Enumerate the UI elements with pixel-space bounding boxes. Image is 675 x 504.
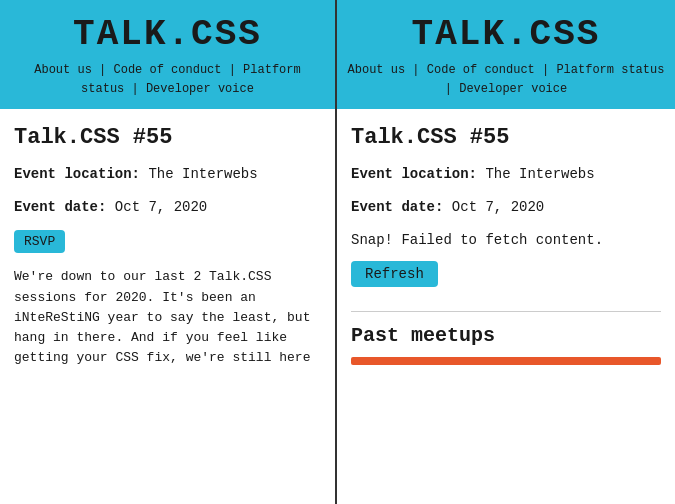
left-event-title: Talk.CSS #55 — [14, 125, 321, 150]
left-event-location: Event location: The Interwebs — [14, 164, 321, 185]
right-header: TALK.CSS About us | Code of conduct | Pl… — [337, 0, 675, 109]
error-message: Snap! Failed to fetch content. — [351, 230, 661, 251]
right-event-date-label: Event date: — [351, 199, 443, 215]
left-event-date-label: Event date: — [14, 199, 106, 215]
right-panel: TALK.CSS About us | Code of conduct | Pl… — [337, 0, 675, 504]
right-site-title: TALK.CSS — [347, 14, 665, 55]
right-event-title: Talk.CSS #55 — [351, 125, 661, 150]
left-body-text: We're down to our last 2 Talk.CSS sessio… — [14, 267, 321, 368]
left-site-title: TALK.CSS — [10, 14, 325, 55]
section-divider — [351, 311, 661, 312]
past-meetup-bar — [351, 357, 661, 365]
left-header: TALK.CSS About us | Code of conduct | Pl… — [0, 0, 335, 109]
left-panel: TALK.CSS About us | Code of conduct | Pl… — [0, 0, 337, 504]
left-event-location-value: The Interwebs — [148, 166, 257, 182]
right-nav-text[interactable]: About us | Code of conduct | Platform st… — [348, 63, 665, 96]
nav-about-us[interactable]: About us | Code of conduct | Platform st… — [34, 63, 300, 96]
right-event-location-value: The Interwebs — [485, 166, 594, 182]
past-meetups-title: Past meetups — [351, 324, 661, 347]
right-nav: About us | Code of conduct | Platform st… — [347, 61, 665, 99]
left-event-date: Event date: Oct 7, 2020 — [14, 197, 321, 218]
right-event-date: Event date: Oct 7, 2020 — [351, 197, 661, 218]
right-event-location-label: Event location: — [351, 166, 477, 182]
left-nav: About us | Code of conduct | Platform st… — [10, 61, 325, 99]
left-event-location-label: Event location: — [14, 166, 140, 182]
rsvp-button[interactable]: RSVP — [14, 230, 65, 253]
left-event-date-value: Oct 7, 2020 — [115, 199, 207, 215]
right-event-location: Event location: The Interwebs — [351, 164, 661, 185]
left-content: Talk.CSS #55 Event location: The Interwe… — [0, 109, 335, 504]
right-event-date-value: Oct 7, 2020 — [452, 199, 544, 215]
refresh-button[interactable]: Refresh — [351, 261, 438, 287]
right-content: Talk.CSS #55 Event location: The Interwe… — [337, 109, 675, 504]
